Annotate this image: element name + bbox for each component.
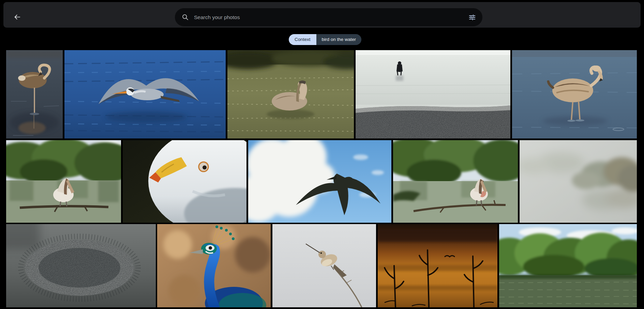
photo-green-lake-trees[interactable] (499, 224, 637, 307)
photo-pelican-on-branch[interactable] (393, 140, 518, 223)
photo-pelican-green-water[interactable] (227, 50, 354, 138)
photo-foggy-lake[interactable] (520, 140, 637, 223)
query-chip[interactable]: bird on the water (316, 34, 362, 45)
gravel-pile-art (6, 224, 156, 307)
photo-search-page: Context bird on the water (0, 0, 644, 309)
pelican-green-water-art (227, 50, 354, 138)
photo-peacock-portrait[interactable] (157, 224, 271, 307)
flamingo-wading-art (512, 50, 637, 138)
peacock-art (157, 224, 271, 307)
pelican-log-art (6, 140, 121, 223)
photo-hummingbird-on-twig[interactable] (272, 224, 376, 307)
tune-filter-icon (468, 14, 476, 21)
magnifier-icon (182, 14, 189, 21)
photo-flamingo-preening-reflection[interactable] (6, 50, 63, 138)
search-input[interactable] (193, 14, 465, 21)
photo-flamingo-wading[interactable] (512, 50, 637, 138)
pelican-branch-art (393, 140, 518, 223)
photo-gull-head-closeup[interactable] (123, 140, 246, 223)
arrow-left-icon (13, 13, 21, 21)
person-wading-art (356, 50, 510, 138)
photo-grey-heron-flying[interactable] (64, 50, 226, 138)
photo-pelican-on-log[interactable] (6, 140, 121, 223)
heron-art (64, 50, 226, 138)
back-button[interactable] (11, 11, 24, 24)
photo-sunset-dead-trees[interactable] (378, 224, 497, 307)
hummingbird-art (272, 224, 376, 307)
filter-options-button[interactable] (465, 11, 479, 24)
pelican-sky-art (248, 140, 391, 223)
context-chip[interactable]: Context (289, 34, 316, 45)
sunset-art (378, 224, 497, 307)
green-lake-art (499, 224, 637, 307)
search-bar (175, 8, 482, 26)
flamingo-reflection-art (6, 50, 63, 138)
search-filter-chips: Context bird on the water (289, 34, 361, 45)
foggy-lake-art (520, 140, 637, 223)
photo-person-wading-shore[interactable] (356, 50, 510, 138)
gull-closeup-art (123, 140, 246, 223)
photo-pelican-soaring-sky[interactable] (248, 140, 391, 223)
photo-gravel-pile[interactable] (6, 224, 156, 307)
search-header (3, 2, 641, 28)
